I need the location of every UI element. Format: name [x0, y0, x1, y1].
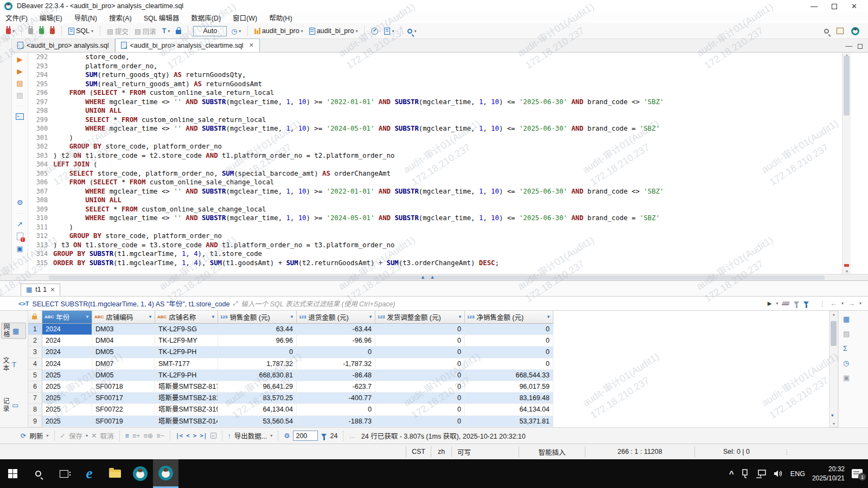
start-button[interactable]: [0, 459, 25, 488]
refresh-icon[interactable]: ⟳: [21, 432, 26, 440]
grid-cell[interactable]: SF00719: [92, 416, 155, 427]
code-line[interactable]: 297 WHERE mgclear_time <> '' AND SUBSTR(…: [28, 98, 842, 107]
grid-scroll-thumb[interactable]: [831, 321, 837, 346]
tray-chevron-icon[interactable]: ^: [729, 469, 734, 478]
execute-script-icon[interactable]: ▤: [16, 80, 23, 87]
column-sort-icon[interactable]: ▼: [148, 314, 152, 319]
grid-cell[interactable]: 668,544.33: [465, 370, 553, 381]
language-indicator[interactable]: ENG: [790, 470, 805, 478]
explain-plan-icon[interactable]: ▤: [16, 92, 23, 99]
grid-cell[interactable]: -188.73: [297, 416, 375, 427]
grid-cell[interactable]: 0: [375, 404, 465, 415]
grid-cell[interactable]: -400.77: [297, 393, 375, 404]
remove-filter-icon[interactable]: [794, 301, 799, 305]
code-line[interactable]: 302 GROUP BY store_code, platform_order_…: [28, 142, 842, 151]
commit-mode-select[interactable]: Auto: [193, 26, 227, 36]
grid-cell[interactable]: 2025: [42, 370, 92, 381]
grid-cell[interactable]: 塔斯曼SMTSBZ-0148: [155, 416, 218, 427]
grid-cell[interactable]: 53,371.81: [465, 416, 553, 427]
grid-cell[interactable]: TK-L2F9-PH: [155, 370, 218, 381]
row-number[interactable]: 1: [28, 324, 42, 335]
grid-cell[interactable]: 0: [375, 381, 465, 393]
grid-cell[interactable]: 64,134.04: [465, 404, 553, 415]
column-header-1[interactable]: ABC店铺编码▼: [92, 311, 155, 324]
grid-cell[interactable]: SF00722: [92, 404, 155, 415]
usb-icon[interactable]: [741, 469, 749, 478]
task-view-button[interactable]: [51, 459, 76, 488]
edit-row-icon[interactable]: ≡: [125, 432, 129, 440]
grid-cell[interactable]: 塔斯曼SMTSBZ-8174: [155, 381, 218, 393]
row-number[interactable]: 9: [28, 416, 42, 427]
column-header-5[interactable]: 123发货调整金额 (元)▼: [375, 311, 465, 324]
taskbar-clock[interactable]: 20:32 2025/10/21: [812, 465, 845, 482]
forward-icon[interactable]: →: [848, 299, 855, 307]
grid-cell[interactable]: DM05: [92, 370, 155, 381]
grid-cell[interactable]: 塔斯曼SMTSBZ-3194: [155, 404, 218, 415]
fetch-size-input[interactable]: 200: [293, 431, 318, 441]
grid-cell[interactable]: 64,134.04: [218, 404, 297, 415]
maximize-view-icon[interactable]: [858, 44, 863, 49]
view-tab-record[interactable]: 记录▭: [1, 397, 26, 413]
menu-item-0[interactable]: 文件(F): [5, 12, 28, 23]
new-connection-button[interactable]: ▾: [4, 27, 16, 35]
grid-cell[interactable]: 0: [465, 324, 553, 335]
cancel-button[interactable]: 取消: [100, 431, 114, 441]
dbeaver-taskbar-button[interactable]: [127, 459, 153, 488]
column-header-3[interactable]: 123销售金额 (元)▼: [218, 311, 297, 324]
grid-cell[interactable]: 0: [375, 416, 465, 427]
panel-grid-icon[interactable]: ▦: [843, 315, 850, 323]
grid-cell[interactable]: 0: [375, 370, 465, 381]
code-line[interactable]: 299 SELECT * FROM custom_online_sale_ret…: [28, 115, 842, 125]
prev-row-icon[interactable]: <: [186, 432, 190, 439]
code-line[interactable]: 311 ): [28, 223, 842, 232]
disconnect-button[interactable]: [48, 27, 56, 35]
dbeaver-perspective-icon[interactable]: [851, 27, 859, 35]
output-view-icon[interactable]: ▣: [16, 245, 23, 252]
grid-cell[interactable]: -1,787.32: [297, 358, 375, 370]
grid-cell[interactable]: 2025: [42, 393, 92, 404]
grid-cell[interactable]: 0: [465, 335, 553, 346]
grid-cell[interactable]: DM04: [92, 335, 155, 346]
duplicate-row-icon[interactable]: ≡⊕: [143, 432, 153, 440]
connection-selector[interactable]: audit_bi_pro▾: [253, 26, 304, 36]
panel-refs-icon[interactable]: ▣: [843, 374, 850, 382]
menu-item-3[interactable]: 搜索(A): [109, 12, 132, 23]
grid-cell[interactable]: TK-L2F9-MY: [155, 335, 218, 346]
grid-cell[interactable]: 0: [465, 346, 553, 358]
grid-cell[interactable]: DM03: [92, 324, 155, 335]
file-explorer-button[interactable]: [102, 459, 127, 488]
taskbar-search-button[interactable]: [25, 459, 51, 488]
row-number[interactable]: 2: [28, 335, 42, 346]
grid-cell[interactable]: 83,169.48: [465, 393, 553, 404]
overflow-icon[interactable]: …: [349, 432, 356, 440]
search-dropdown-button[interactable]: ▾: [406, 28, 418, 35]
tab-close-icon[interactable]: ✕: [249, 42, 254, 49]
grid-cell[interactable]: 83,570.25: [218, 393, 297, 404]
row-number[interactable]: 6: [28, 381, 42, 393]
row-number[interactable]: 5: [28, 370, 42, 381]
grid-vertical-scrollbar[interactable]: ▴ ▾ ▾: [829, 311, 838, 427]
grid-cell[interactable]: 2024: [42, 346, 92, 358]
save-button[interactable]: 保存: [69, 431, 82, 441]
ie-button[interactable]: e: [76, 459, 102, 488]
view-tab-grid[interactable]: 网格▦: [1, 323, 26, 339]
grid-cell[interactable]: 96,641.29: [218, 381, 297, 393]
row-number[interactable]: 8: [28, 404, 42, 415]
grid-cell[interactable]: 53,560.54: [218, 416, 297, 427]
fetch-segment-icon[interactable]: [321, 434, 327, 438]
panel-calc-icon[interactable]: Σ: [843, 344, 847, 352]
clear-filter-icon[interactable]: [782, 301, 790, 305]
minimize-button[interactable]: —: [810, 2, 818, 10]
code-line[interactable]: 296 FROM (SELECT * FROM custom_online_sa…: [28, 88, 842, 98]
column-sort-icon[interactable]: ▼: [211, 314, 215, 319]
grid-cell[interactable]: 0: [465, 358, 553, 370]
code-line[interactable]: 315ORDER BY SUBSTR(t1.mgclearTime, 1, 4)…: [28, 259, 842, 268]
column-header-4[interactable]: 123退货金额 (元)▼: [297, 311, 375, 324]
grid-cell[interactable]: 0: [375, 335, 465, 346]
grid-cell[interactable]: SMT-7177: [155, 358, 218, 370]
grid-settings-gear-icon[interactable]: ⚙: [284, 432, 290, 440]
dashboard-button[interactable]: [369, 27, 380, 36]
column-sort-icon[interactable]: ▼: [368, 314, 373, 319]
code-line[interactable]: 310 WHERE mgclear_time <> '' AND SUBSTR(…: [28, 214, 842, 223]
code-line[interactable]: 307 WHERE mgclear_time <> '' AND SUBSTR(…: [28, 187, 842, 196]
